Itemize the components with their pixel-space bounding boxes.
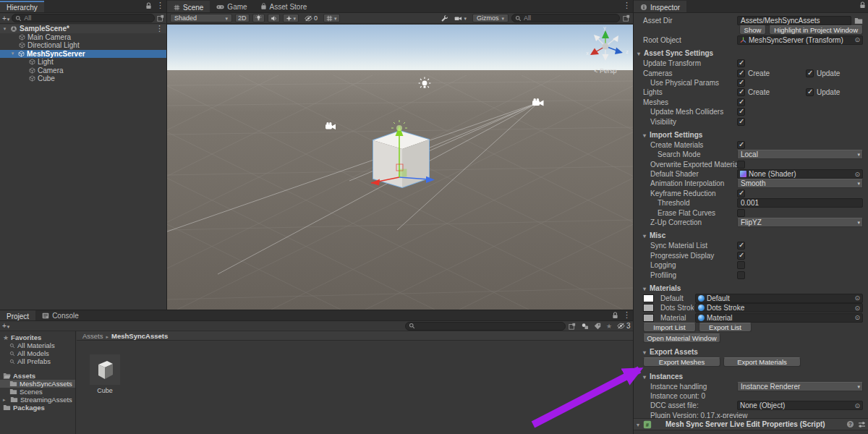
breadcrumb-current[interactable]: MeshSyncAssets bbox=[111, 332, 168, 340]
scene-lighting-toggle[interactable] bbox=[252, 14, 265, 22]
scene-audio-toggle[interactable] bbox=[268, 14, 280, 22]
hierarchy-item-directional-light[interactable]: Directional Light bbox=[0, 41, 166, 50]
root-object-field[interactable]: MeshSyncServer (Transform) bbox=[737, 35, 863, 45]
meshes-checkbox[interactable] bbox=[737, 98, 745, 106]
dcc-asset-field[interactable]: None (Object) bbox=[737, 401, 863, 410]
export-meshes-button[interactable]: Export Meshes bbox=[643, 357, 720, 367]
folder-icon[interactable] bbox=[854, 17, 863, 25]
hidden-objects-toggle[interactable]: 0 bbox=[302, 14, 320, 22]
lock-icon[interactable] bbox=[145, 2, 152, 9]
progressive-display-checkbox[interactable] bbox=[737, 252, 745, 260]
tab-scene[interactable]: Scene bbox=[167, 1, 210, 12]
open-material-window-button[interactable]: Open Material Window bbox=[643, 333, 720, 343]
asset-item-cube[interactable]: Cube bbox=[83, 354, 127, 394]
tools-wrench-icon[interactable] bbox=[441, 14, 448, 22]
instance-handling-dropdown[interactable]: Instance Renderer bbox=[737, 382, 863, 391]
visibility-checkbox[interactable] bbox=[737, 118, 745, 126]
project-search-input[interactable] bbox=[417, 323, 562, 330]
hierarchy-item-cube[interactable]: Cube bbox=[0, 75, 166, 83]
hierarchy-item-main-camera[interactable]: Main Camera bbox=[0, 33, 166, 42]
hierarchy-scene-row[interactable]: SampleScene* bbox=[0, 25, 166, 33]
kebab-menu-icon[interactable] bbox=[623, 311, 631, 319]
kebab-menu-icon[interactable] bbox=[156, 1, 164, 9]
foldout-icon[interactable] bbox=[9, 51, 16, 56]
search-mode-dropdown[interactable]: Local bbox=[737, 150, 863, 159]
logging-checkbox[interactable] bbox=[737, 261, 745, 269]
favorites-header[interactable]: Favorites bbox=[0, 333, 75, 341]
hierarchy-item-camera[interactable]: Camera bbox=[0, 67, 166, 75]
lights-update-checkbox[interactable] bbox=[806, 88, 814, 96]
picker-window-icon[interactable] bbox=[569, 323, 576, 330]
breadcrumb-assets[interactable]: Assets bbox=[82, 332, 103, 340]
expander-icon[interactable]: ▸ bbox=[3, 397, 8, 403]
material-object-field[interactable]: Default bbox=[695, 294, 863, 303]
object-picker-icon[interactable] bbox=[854, 171, 860, 178]
object-picker-icon[interactable] bbox=[854, 294, 860, 302]
material-color-swatch[interactable] bbox=[643, 314, 654, 322]
kebab-menu-icon[interactable] bbox=[623, 1, 631, 9]
threshold-field[interactable]: 0.001 bbox=[737, 198, 863, 208]
export-list-button[interactable]: Export List bbox=[699, 323, 752, 332]
gizmo-center[interactable] bbox=[603, 43, 609, 50]
foldout-icon[interactable] bbox=[1, 26, 8, 32]
persp-label[interactable]: < Persp bbox=[594, 67, 616, 75]
foldout-icon[interactable] bbox=[637, 420, 639, 428]
hierarchy-item-light[interactable]: Light bbox=[0, 58, 166, 67]
scene-kebab-icon[interactable] bbox=[156, 25, 163, 33]
shading-mode-dropdown[interactable]: Shaded bbox=[170, 14, 232, 22]
export-materials-button[interactable]: Export Materials bbox=[723, 357, 801, 367]
2d-toggle-button[interactable]: 2D bbox=[235, 14, 250, 22]
lock-icon[interactable] bbox=[612, 312, 618, 319]
material-object-field[interactable]: Material bbox=[695, 313, 863, 323]
default-shader-field[interactable]: None (Shader) bbox=[737, 169, 863, 179]
update-mesh-colliders-checkbox[interactable] bbox=[737, 108, 745, 116]
section-misc[interactable]: Misc bbox=[634, 230, 868, 241]
import-list-button[interactable]: Import List bbox=[643, 323, 696, 332]
favorite-all-materials[interactable]: All Materials bbox=[0, 341, 75, 349]
erase-flat-curves-checkbox[interactable] bbox=[737, 209, 745, 217]
update-transform-checkbox[interactable] bbox=[737, 59, 745, 67]
help-icon[interactable]: ? bbox=[846, 420, 854, 428]
asset-dir-field[interactable]: Assets/MeshSyncAssets bbox=[737, 16, 851, 25]
overwrite-exported-materials-checkbox[interactable] bbox=[737, 161, 745, 169]
material-object-field[interactable]: Dots Stroke bbox=[695, 303, 863, 312]
hierarchy-search-input[interactable] bbox=[24, 14, 151, 22]
use-physical-params-checkbox[interactable] bbox=[737, 79, 745, 87]
favorite-all-models[interactable]: All Models bbox=[0, 349, 75, 357]
zup-correction-dropdown[interactable]: FlipYZ bbox=[737, 218, 863, 227]
tab-inspector[interactable]: Inspector bbox=[634, 1, 686, 12]
tab-game[interactable]: Game bbox=[210, 1, 253, 12]
sync-material-list-checkbox[interactable] bbox=[737, 242, 745, 250]
keyframe-reduction-checkbox[interactable] bbox=[737, 190, 745, 197]
scene-viewport[interactable]: y x z < Persp bbox=[167, 25, 633, 310]
hierarchy-item-meshsyncserver[interactable]: MeshSyncServer bbox=[0, 50, 166, 59]
tab-asset-store[interactable]: Asset Store bbox=[254, 1, 314, 12]
tree-folder-meshsyncassets[interactable]: MeshSyncAssets bbox=[0, 380, 75, 388]
hidden-packages-toggle[interactable]: 3 bbox=[617, 322, 631, 330]
animation-interpolation-dropdown[interactable]: Smooth bbox=[737, 179, 863, 188]
tree-assets-root[interactable]: Assets bbox=[0, 372, 75, 380]
save-search-star-icon[interactable] bbox=[606, 322, 612, 330]
section-materials[interactable]: Materials bbox=[634, 283, 868, 294]
lights-create-checkbox[interactable] bbox=[737, 88, 745, 96]
create-object-button[interactable]: + bbox=[2, 14, 9, 22]
tab-hierarchy[interactable]: Hierarchy bbox=[0, 1, 44, 12]
search-by-label-icon[interactable] bbox=[594, 323, 601, 330]
lock-icon[interactable] bbox=[859, 1, 866, 9]
show-button[interactable]: Show bbox=[739, 25, 767, 35]
material-color-swatch[interactable] bbox=[643, 304, 654, 312]
scene-search-input[interactable] bbox=[524, 14, 616, 22]
object-picker-icon[interactable] bbox=[854, 305, 860, 312]
section-asset-sync-settings[interactable]: Asset Sync Settings bbox=[634, 48, 868, 59]
object-picker-icon[interactable] bbox=[854, 402, 860, 409]
create-asset-button[interactable]: + bbox=[2, 322, 9, 330]
object-picker-icon[interactable] bbox=[854, 36, 860, 43]
grid-visibility-dropdown[interactable] bbox=[323, 14, 340, 22]
object-picker-icon[interactable] bbox=[854, 314, 860, 321]
gizmos-dropdown[interactable]: Gizmos bbox=[472, 14, 509, 22]
scene-camera-settings[interactable] bbox=[451, 14, 469, 22]
tree-packages-root[interactable]: Packages bbox=[0, 404, 75, 412]
tab-project[interactable]: Project bbox=[0, 310, 35, 320]
tab-console[interactable]: Console bbox=[35, 310, 85, 320]
scene-effects-dropdown[interactable] bbox=[283, 14, 299, 22]
